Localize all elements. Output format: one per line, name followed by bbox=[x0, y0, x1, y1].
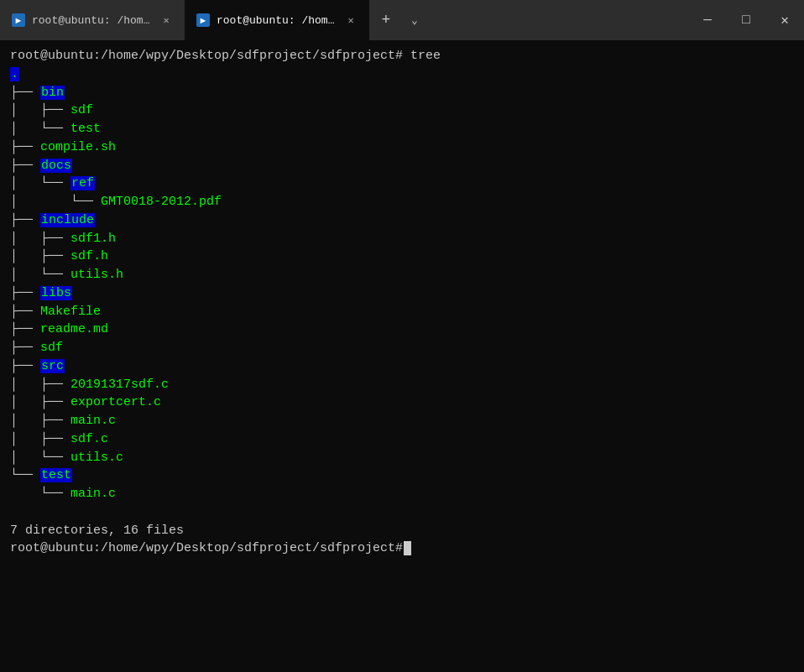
tab-1-title: root@ubuntu: /home/wpy bbox=[32, 14, 153, 27]
tab-2-icon: ► bbox=[196, 13, 210, 27]
tree-src-utilsc: │ └── utils.c bbox=[10, 449, 794, 467]
tab-2-close-button[interactable]: ✕ bbox=[344, 13, 358, 27]
file-readme: readme.md bbox=[40, 322, 108, 336]
close-button[interactable]: ✕ bbox=[765, 0, 804, 40]
tree-root: . bbox=[10, 65, 794, 84]
prompt-2-text: root@ubuntu:/home/wpy/Desktop/sdfproject… bbox=[10, 541, 403, 555]
tab-2[interactable]: ► root@ubuntu: /home/wpy/De ✕ bbox=[185, 0, 369, 40]
tree-docs-pdf: │ └── GMT0018-2012.pdf bbox=[10, 193, 794, 211]
tree-bin: ├── bin bbox=[10, 84, 794, 102]
cursor bbox=[404, 541, 411, 555]
tree-src-20191317: │ ├── 20191317sdf.c bbox=[10, 376, 794, 394]
tree-test-mainc: └── main.c bbox=[10, 485, 794, 503]
tree-src-exportcert: │ ├── exportcert.c bbox=[10, 393, 794, 412]
terminal[interactable]: root@ubuntu:/home/wpy/Desktop/sdfproject… bbox=[0, 40, 804, 672]
tab-2-title: root@ubuntu: /home/wpy/De bbox=[217, 14, 337, 27]
tree-libs: ├── libs bbox=[10, 284, 794, 303]
tree-makefile: ├── Makefile bbox=[10, 303, 794, 321]
tree-include: ├── include bbox=[10, 211, 794, 230]
dir-libs: libs bbox=[40, 286, 72, 300]
tab-1[interactable]: ► root@ubuntu: /home/wpy ✕ bbox=[0, 0, 185, 40]
title-bar: ► root@ubuntu: /home/wpy ✕ ► root@ubuntu… bbox=[0, 0, 804, 40]
file-makefile: Makefile bbox=[40, 305, 101, 319]
prompt-text: root@ubuntu:/home/wpy/Desktop/sdfproject… bbox=[10, 49, 403, 63]
new-tab-button[interactable]: + bbox=[373, 7, 399, 34]
tree-dot: . bbox=[10, 67, 19, 81]
file-main-c-src: main.c bbox=[70, 414, 116, 428]
summary-line: 7 directories, 16 files bbox=[10, 522, 794, 540]
file-sdf-root: sdf bbox=[40, 341, 63, 355]
dir-docs: docs bbox=[40, 159, 72, 173]
dir-test: test bbox=[40, 468, 72, 482]
tree-docs-ref: │ └── ref bbox=[10, 175, 794, 193]
command-line: root@ubuntu:/home/wpy/Desktop/sdfproject… bbox=[10, 47, 794, 65]
tree-sdf: ├── sdf bbox=[10, 339, 794, 357]
dir-include: include bbox=[40, 213, 95, 227]
tree-compile: ├── compile.sh bbox=[10, 138, 794, 157]
file-test-1: test bbox=[70, 122, 101, 136]
tree-test: └── test bbox=[10, 466, 794, 485]
tree-readme: ├── readme.md bbox=[10, 320, 794, 339]
tree-include-utilsh: │ └── utils.h bbox=[10, 266, 794, 284]
file-sdf-h: sdf.h bbox=[70, 249, 108, 263]
tab-1-icon: ► bbox=[12, 13, 25, 27]
file-utils-h: utils.h bbox=[70, 268, 123, 282]
tree-src-mainc: │ ├── main.c bbox=[10, 412, 794, 430]
tree-bin-sdf: │ ├── sdf bbox=[10, 102, 794, 120]
file-main-c-test: main.c bbox=[70, 487, 116, 501]
tree-include-sdfh: │ ├── sdf.h bbox=[10, 247, 794, 266]
file-exportcert-c: exportcert.c bbox=[70, 395, 161, 409]
file-sdf-c: sdf.c bbox=[70, 432, 108, 446]
file-20191317sdf-c: 20191317sdf.c bbox=[70, 378, 169, 392]
prompt-line-2: root@ubuntu:/home/wpy/Desktop/sdfproject… bbox=[10, 539, 794, 558]
file-compile-sh: compile.sh bbox=[40, 140, 116, 154]
tree-docs: ├── docs bbox=[10, 157, 794, 175]
file-sdf-1: sdf bbox=[70, 103, 93, 117]
tab-dropdown-button[interactable]: ⌄ bbox=[401, 7, 428, 34]
tree-bin-test: │ └── test bbox=[10, 120, 794, 138]
summary-text: 7 directories, 16 files bbox=[10, 524, 184, 538]
tree-include-sdf1h: │ ├── sdf1.h bbox=[10, 230, 794, 248]
tab-bar-actions: + ⌄ bbox=[373, 7, 428, 34]
tab-1-close-button[interactable]: ✕ bbox=[159, 13, 173, 27]
dir-src: src bbox=[40, 359, 65, 373]
tree-src-sdfc: │ ├── sdf.c bbox=[10, 430, 794, 449]
maximize-button[interactable]: □ bbox=[727, 0, 765, 40]
file-utils-c: utils.c bbox=[70, 451, 123, 465]
file-sdf1-h: sdf1.h bbox=[70, 232, 116, 246]
file-pdf: GMT0018-2012.pdf bbox=[101, 195, 222, 209]
window-controls: — □ ✕ bbox=[688, 0, 804, 40]
minimize-button[interactable]: — bbox=[688, 0, 727, 40]
tree-src: ├── src bbox=[10, 357, 794, 376]
dir-bin: bin bbox=[40, 86, 65, 100]
dir-ref: ref bbox=[70, 176, 95, 190]
command-text: tree bbox=[403, 49, 441, 63]
